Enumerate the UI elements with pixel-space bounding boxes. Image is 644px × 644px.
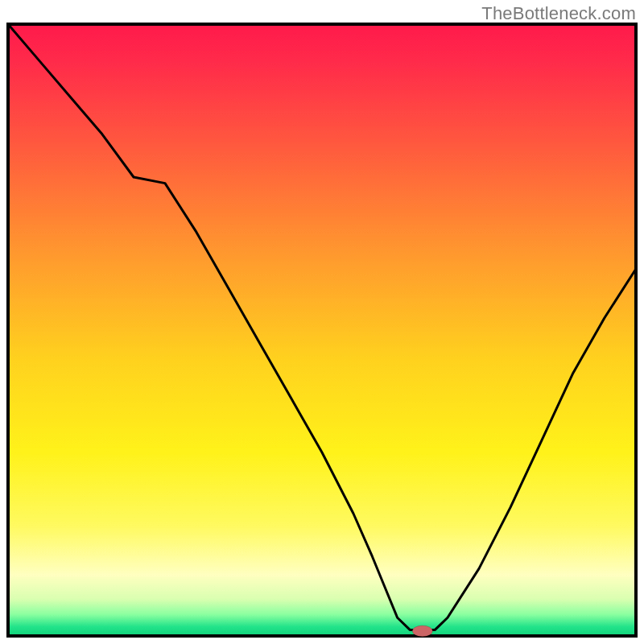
watermark-label: TheBottleneck.com: [481, 3, 636, 24]
plot-area: [8, 24, 636, 636]
bottleneck-plot: [0, 0, 644, 644]
chart-container: TheBottleneck.com: [0, 0, 644, 644]
optimal-point-marker: [412, 625, 432, 637]
